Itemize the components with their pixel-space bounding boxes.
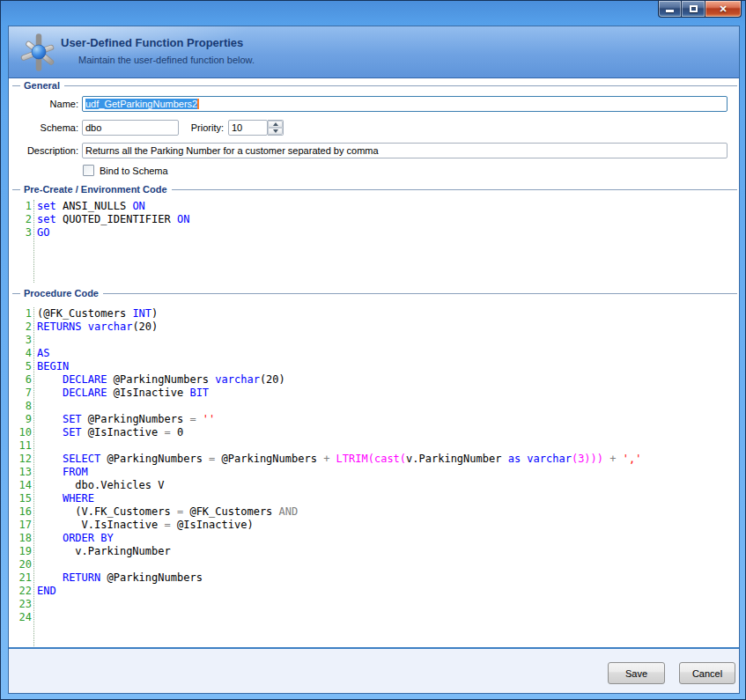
close-icon: ✕ [719,4,727,15]
save-button[interactable]: Save [608,662,665,684]
precreate-code-editor[interactable]: 123 set ANSI_NULLS ONset QUOTED_IDENTIFI… [10,200,738,283]
spinner-up-button[interactable] [268,121,283,128]
text-caret [197,99,199,109]
description-label: Description: [9,145,78,156]
line-numbers: 123456789101112131415161718192021222324 [10,307,34,646]
dialog-client-area: User-Defined Function Properties Maintai… [8,26,740,694]
cancel-button[interactable]: Cancel [679,662,735,684]
procedure-code-editor[interactable]: 123456789101112131415161718192021222324 … [10,307,738,646]
bind-to-schema-label: Bind to Schema [100,166,168,176]
window-controls: ✕ [658,1,742,18]
name-value: udf_GetParkingNumbers2 [85,99,197,109]
dialog-window: ✕ [0,0,746,700]
priority-spinner [268,120,284,136]
priority-label: Priority: [154,122,224,133]
procedure-legend: Procedure Code [20,288,103,298]
spinner-down-button[interactable] [268,128,283,135]
code-lines[interactable]: set ANSI_NULLS ONset QUOTED_IDENTIFIER O… [37,200,738,283]
name-input[interactable]: udf_GetParkingNumbers2 [82,96,728,112]
description-value: Returns all the Parking Number for a cus… [85,145,379,156]
close-button[interactable]: ✕ [705,1,742,18]
schema-value: dbo [85,122,101,133]
maximize-icon [690,5,698,12]
function-properties-icon [18,31,60,77]
dialog-header: User-Defined Function Properties Maintai… [9,26,739,78]
dialog-title: User-Defined Function Properties [61,36,243,49]
maximize-button[interactable] [682,1,705,18]
up-arrow-icon [273,122,278,126]
precreate-legend: Pre-Create / Environment Code [20,184,172,195]
priority-input[interactable]: 10 [228,120,268,136]
footer-bar: Save Cancel [9,647,739,693]
bind-to-schema-checkbox[interactable] [83,165,94,176]
description-input[interactable]: Returns all the Parking Number for a cus… [82,143,728,158]
minimize-icon [666,10,674,12]
procedure-group-header: Procedure Code [12,288,737,299]
code-lines[interactable]: (@FK_Customers INT)RETURNS varchar(20) A… [37,307,738,646]
general-group-header: General [12,80,737,92]
general-legend: General [20,80,64,91]
name-label: Name: [9,99,78,109]
schema-label: Schema: [9,122,78,133]
dialog-subtitle: Maintain the user-defined function below… [78,55,255,65]
priority-value: 10 [232,122,242,133]
precreate-group-header: Pre-Create / Environment Code [12,184,737,195]
down-arrow-icon [273,129,278,133]
minimize-button[interactable] [658,1,682,18]
line-numbers: 123 [10,200,34,283]
